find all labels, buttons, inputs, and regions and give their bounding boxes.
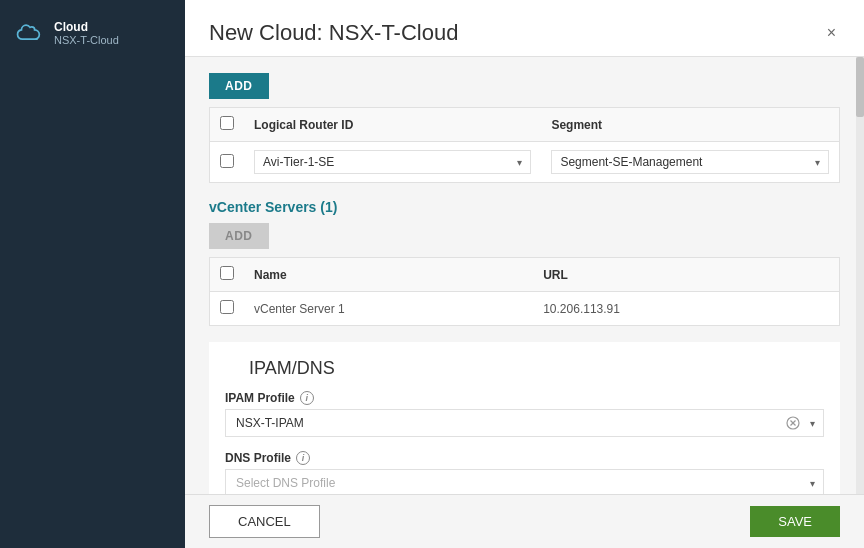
dns-info-icon[interactable]: i	[296, 451, 310, 465]
ipam-profile-group: IPAM Profile i NSX-T-IPAM	[225, 391, 824, 437]
sidebar-logo: Cloud NSX-T-Cloud	[0, 12, 185, 54]
content-inner: ADD Logical Router ID Segment	[185, 57, 864, 494]
table-row: vCenter Server 1 10.206.113.91	[210, 292, 840, 326]
dns-profile-label: DNS Profile i	[225, 451, 824, 465]
dns-profile-group: DNS Profile i Select DNS Profile ▾	[225, 451, 824, 494]
router-select-all-checkbox[interactable]	[220, 116, 234, 130]
ipam-profile-chevron-button[interactable]: ▾	[806, 416, 819, 431]
segment-cell: Segment-SE-Management ▾	[541, 142, 839, 183]
vcenter-row-checkbox-cell	[210, 292, 245, 326]
vcenter-url-header: URL	[533, 258, 786, 292]
router-id-chevron-icon: ▾	[517, 157, 522, 168]
dialog-header: New Cloud: NSX-T-Cloud ×	[185, 0, 864, 57]
router-id-dropdown[interactable]: Avi-Tier-1-SE ▾	[254, 150, 531, 174]
segment-dropdown[interactable]: Segment-SE-Management ▾	[551, 150, 829, 174]
save-button[interactable]: SAVE	[750, 506, 840, 537]
router-id-header: Logical Router ID	[244, 108, 541, 142]
vcenter-section-title: vCenter Servers (1)	[209, 199, 840, 215]
dns-profile-chevron-button[interactable]: ▾	[806, 476, 819, 491]
vcenter-url-cell: 10.206.113.91	[533, 292, 786, 326]
vcenter-name-cell: vCenter Server 1	[244, 292, 533, 326]
router-id-cell: Avi-Tier-1-SE ▾	[244, 142, 541, 183]
router-select-all-header	[210, 108, 245, 142]
vcenter-name-header: Name	[244, 258, 533, 292]
ipam-dns-section: IPAM/DNS IPAM Profile i NSX-T-IPAM	[209, 342, 840, 494]
vcenter-select-all-checkbox[interactable]	[220, 266, 234, 280]
vcenter-row-checkbox[interactable]	[220, 300, 234, 314]
vcenter-select-all-header	[210, 258, 245, 292]
add-logical-router-button[interactable]: ADD	[209, 73, 269, 99]
router-row-checkbox[interactable]	[220, 154, 234, 168]
dns-profile-placeholder: Select DNS Profile	[226, 470, 802, 494]
logical-router-table: Logical Router ID Segment Avi-Tier-1-SE	[209, 107, 840, 183]
clear-icon	[786, 416, 800, 430]
cloud-icon	[16, 22, 44, 44]
content-area: ADD Logical Router ID Segment	[185, 57, 864, 494]
vcenter-actions-header	[786, 258, 840, 292]
ipam-profile-clear-button[interactable]	[782, 414, 804, 432]
close-button[interactable]: ×	[823, 20, 840, 46]
segment-chevron-icon: ▾	[815, 157, 820, 168]
vcenter-section: vCenter Servers (1) ADD Name URL	[209, 199, 840, 326]
logical-router-section: ADD Logical Router ID Segment	[209, 73, 840, 183]
dialog-footer: CANCEL SAVE	[185, 494, 864, 548]
cancel-button[interactable]: CANCEL	[209, 505, 320, 538]
dns-profile-actions: ▾	[802, 476, 823, 491]
add-vcenter-button[interactable]: ADD	[209, 223, 269, 249]
dns-profile-select[interactable]: Select DNS Profile ▾	[225, 469, 824, 494]
ipam-dns-title: IPAM/DNS	[225, 358, 824, 379]
main-panel: New Cloud: NSX-T-Cloud × ADD Logical Rou…	[185, 0, 864, 548]
router-row-checkbox-cell	[210, 142, 245, 183]
table-row: Avi-Tier-1-SE ▾ Segment-SE-Management ▾	[210, 142, 840, 183]
ipam-profile-label: IPAM Profile i	[225, 391, 824, 405]
sidebar-brand-subtitle: NSX-T-Cloud	[54, 34, 119, 46]
ipam-info-icon[interactable]: i	[300, 391, 314, 405]
ipam-profile-actions: ▾	[778, 414, 823, 432]
vcenter-row-actions	[786, 292, 840, 326]
segment-header: Segment	[541, 108, 839, 142]
page-title: New Cloud: NSX-T-Cloud	[209, 20, 458, 46]
sidebar-logo-text: Cloud NSX-T-Cloud	[54, 20, 119, 46]
ipam-profile-select[interactable]: NSX-T-IPAM ▾	[225, 409, 824, 437]
scrollbar[interactable]	[856, 57, 864, 494]
ipam-profile-value: NSX-T-IPAM	[226, 410, 778, 436]
sidebar: Cloud NSX-T-Cloud	[0, 0, 185, 548]
vcenter-table: Name URL vCenter Server 1 10.206.113.91	[209, 257, 840, 326]
scrollbar-thumb	[856, 57, 864, 117]
sidebar-brand-title: Cloud	[54, 20, 119, 34]
